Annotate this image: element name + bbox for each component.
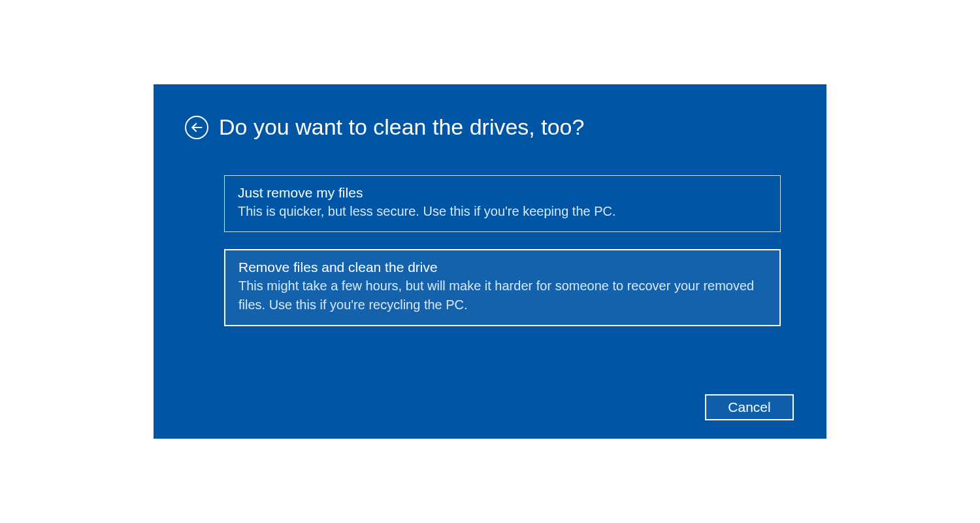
option-description: This is quicker, but less secure. Use th… [238, 202, 767, 221]
option-title: Just remove my files [238, 185, 767, 201]
dialog-title: Do you want to clean the drives, too? [219, 114, 584, 140]
option-title: Remove files and clean the drive [238, 260, 766, 275]
option-just-remove-files[interactable]: Just remove my files This is quicker, bu… [224, 175, 781, 232]
dialog-header: Do you want to clean the drives, too? [185, 114, 794, 140]
options-list: Just remove my files This is quicker, bu… [224, 175, 781, 326]
cancel-button[interactable]: Cancel [705, 394, 794, 420]
dialog-footer: Cancel [705, 394, 794, 420]
option-remove-and-clean[interactable]: Remove files and clean the drive This mi… [224, 249, 781, 326]
back-arrow-icon[interactable] [185, 116, 208, 139]
option-description: This might take a few hours, but will ma… [238, 277, 766, 314]
clean-drives-dialog: Do you want to clean the drives, too? Ju… [154, 84, 826, 439]
